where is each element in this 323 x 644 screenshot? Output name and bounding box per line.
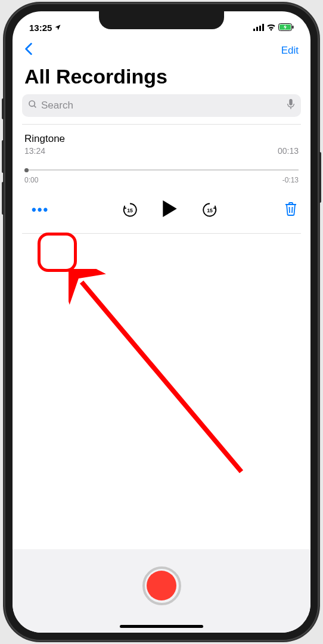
- play-button[interactable]: [162, 200, 178, 219]
- more-options-button[interactable]: •••: [26, 200, 55, 220]
- signal-icon: [253, 23, 264, 33]
- svg-line-8: [34, 106, 36, 107]
- recording-title: Ringtone: [24, 133, 65, 145]
- scrubber-thumb[interactable]: [24, 168, 29, 172]
- record-icon: [147, 571, 176, 600]
- edit-button[interactable]: Edit: [281, 45, 299, 57]
- notch: [99, 11, 224, 29]
- battery-charging-icon: [278, 23, 294, 33]
- svg-text:15: 15: [207, 208, 213, 213]
- recording-item[interactable]: Ringtone 13:24 00:13 0:00 -0:13 ••• 15: [13, 125, 310, 226]
- scrubber-start-time: 0:00: [24, 176, 38, 184]
- search-placeholder: Search: [41, 100, 283, 112]
- svg-line-13: [289, 207, 290, 213]
- page-title: All Recordings: [13, 64, 310, 94]
- annotation-arrow: [69, 269, 253, 486]
- svg-line-14: [292, 207, 293, 213]
- svg-rect-6: [293, 26, 294, 29]
- magnifier-icon: [28, 100, 38, 112]
- svg-rect-3: [262, 24, 264, 31]
- volume-down: [2, 182, 4, 215]
- mute-switch: [2, 98, 4, 119]
- svg-rect-1: [256, 27, 258, 31]
- divider: [22, 233, 301, 234]
- volume-up: [2, 140, 4, 173]
- delete-button[interactable]: [284, 202, 297, 218]
- svg-line-15: [82, 282, 241, 472]
- scrubber-end-time: -0:13: [282, 176, 299, 184]
- nav-bar: Edit: [13, 38, 310, 64]
- scrubber[interactable]: [24, 169, 299, 171]
- scrubber-track: [24, 169, 299, 171]
- recording-time: 13:24: [24, 146, 45, 156]
- screen: 13:25 Edit Al: [13, 11, 310, 633]
- bottom-bar: [13, 549, 310, 633]
- playback-controls: ••• 15 15: [24, 200, 299, 220]
- back-button[interactable]: [24, 42, 33, 59]
- recording-duration: 00:13: [278, 146, 299, 156]
- wifi-icon: [266, 23, 276, 33]
- status-time: 13:25: [29, 23, 52, 33]
- svg-text:15: 15: [127, 208, 133, 213]
- power-button: [319, 152, 321, 203]
- record-button[interactable]: [142, 566, 181, 605]
- home-indicator[interactable]: [120, 625, 203, 628]
- skip-back-15-button[interactable]: 15: [122, 202, 138, 218]
- phone-frame: 13:25 Edit Al: [4, 3, 319, 641]
- svg-rect-9: [289, 99, 292, 106]
- microphone-icon[interactable]: [287, 99, 295, 112]
- location-arrow-icon: [54, 23, 61, 33]
- svg-rect-0: [253, 29, 255, 31]
- svg-rect-2: [259, 26, 261, 31]
- svg-point-7: [29, 101, 35, 106]
- search-bar[interactable]: Search: [22, 94, 301, 117]
- skip-forward-15-button[interactable]: 15: [201, 202, 218, 218]
- annotation-highlight: [38, 233, 77, 272]
